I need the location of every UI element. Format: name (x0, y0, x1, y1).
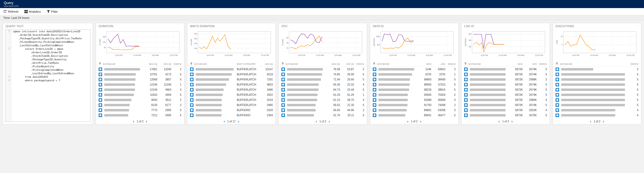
table-row[interactable]: 5872K2980K4 (461, 97, 550, 103)
table-row[interactable]: 98906373155 (370, 82, 458, 87)
next-page-button[interactable]: › (420, 119, 421, 123)
table-row[interactable]: 5872K2674K5 (461, 72, 550, 77)
column-header[interactable]: AVG (s) (260, 63, 273, 65)
table-row[interactable]: 5872K2674K5 (461, 103, 550, 108)
table-row[interactable]: 5 (553, 87, 641, 92)
column-header-database[interactable]: DATABASE (377, 63, 390, 65)
table-row[interactable]: 777329955 (96, 108, 184, 113)
prev-page-button[interactable]: ‹ (133, 119, 134, 123)
analytics-button[interactable]: Analytics (24, 10, 41, 13)
table-row[interactable]: 5872K2674K5 (461, 67, 550, 72)
table-row[interactable]: BUFFERLATCH7291 (187, 77, 276, 82)
column-header[interactable]: EXECS (445, 63, 456, 65)
table-row[interactable]: 5 (553, 82, 641, 87)
table-row[interactable]: 813561772 (96, 103, 184, 108)
grid-filter-icon[interactable] (190, 62, 193, 66)
column-header[interactable]: WAIT CATEGORY (236, 63, 260, 65)
grid-filter-icon[interactable] (281, 62, 284, 66)
column-header[interactable]: MAX (s) (142, 63, 157, 65)
next-page-button[interactable]: › (238, 119, 239, 123)
table-row[interactable]: 1150334095 (96, 92, 184, 97)
next-page-button[interactable]: › (511, 119, 513, 123)
prev-page-button[interactable]: ‹ (499, 119, 500, 123)
table-row[interactable]: 5 (553, 92, 641, 97)
table-row[interactable]: 93595703042 (370, 92, 458, 97)
table-row[interactable]: BUFFERIO2429 (187, 108, 276, 113)
table-row[interactable]: 721229065 (96, 113, 184, 118)
table-row[interactable]: BUFFERLATCH2922 (187, 92, 276, 97)
table-row[interactable]: 61.1028.704 (279, 97, 367, 103)
table-row[interactable]: 107K107K1 (370, 72, 458, 77)
grid-filter-icon[interactable] (373, 62, 375, 66)
table-row[interactable]: 98226388165 (370, 87, 458, 92)
table-row[interactable]: BUFFERLATCH2518 (187, 97, 276, 103)
column-header-database[interactable]: DATABASE (194, 63, 207, 65)
column-header[interactable]: EXECS (627, 63, 638, 65)
prev-page-button[interactable]: ‹ (590, 119, 591, 123)
table-row[interactable]: BUFFERLATCH9218 (187, 72, 276, 77)
table-row[interactable]: 64.7322.495 (279, 87, 367, 92)
table-row[interactable]: 56.6321.305 (279, 103, 367, 108)
table-row[interactable]: 17681132402 (96, 67, 184, 72)
table-row[interactable]: 91793743982 (370, 103, 458, 108)
table-row[interactable]: 5872K2998K3 (461, 77, 550, 82)
table-row[interactable]: 99800384995 (370, 77, 458, 82)
time-filter-bar[interactable]: Time: Last 24 hours (0, 15, 644, 20)
table-row[interactable]: 65.3622.334 (279, 82, 367, 87)
column-header[interactable]: EXECS (171, 63, 181, 65)
table-row[interactable]: 93288458084 (370, 97, 458, 103)
table-row[interactable]: 1278141735 (96, 72, 184, 77)
grid-filter-icon[interactable] (464, 62, 467, 66)
column-header[interactable]: MAX (508, 63, 523, 65)
column-header[interactable]: AVG (s) (340, 63, 354, 65)
table-row[interactable]: 2 (553, 67, 641, 72)
table-row[interactable]: 5872K2674K5 (461, 92, 550, 97)
table-row[interactable]: BUFFERIO2394 (187, 113, 276, 118)
table-row[interactable]: 1214949634 (96, 87, 184, 92)
table-row[interactable]: BUFFERLATCH4833 (187, 82, 276, 87)
table-row[interactable]: 5872K2674K5 (461, 82, 550, 87)
table-row[interactable]: 5 (553, 77, 641, 82)
table-row[interactable]: 954095112 (96, 97, 184, 103)
prev-page-button[interactable]: ‹ (316, 119, 317, 123)
table-row[interactable]: 5872K2674K5 (461, 87, 550, 92)
table-row[interactable]: 5 (553, 97, 641, 103)
column-header[interactable]: AVG (431, 63, 445, 65)
column-header[interactable]: AVG (s) (157, 63, 171, 65)
column-header-database[interactable]: DATABASE (286, 63, 298, 65)
column-header-database[interactable]: DATABASE (560, 63, 573, 65)
table-row[interactable]: 85691364775 (370, 113, 458, 118)
table-row[interactable]: 5872K2675K5 (461, 113, 550, 118)
table-row[interactable]: 71.9425.665 (279, 77, 367, 82)
next-page-button[interactable]: › (329, 119, 330, 123)
table-row[interactable]: 74.8526.905 (279, 72, 367, 77)
column-header[interactable]: AVG (523, 63, 537, 65)
table-row[interactable]: 1256838075 (96, 77, 184, 82)
table-row[interactable]: 4 (553, 108, 641, 113)
table-row[interactable]: 51.7020.115 (279, 113, 367, 118)
table-row[interactable]: 56.6644.962 (279, 108, 367, 113)
prev-page-button[interactable]: ‹ (407, 119, 409, 123)
column-header[interactable]: EXECS (354, 63, 364, 65)
column-header-database[interactable]: DATABASE (468, 63, 481, 65)
column-header[interactable]: MAX (416, 63, 431, 65)
table-row[interactable]: 61.2961.291 (279, 92, 367, 97)
table-row[interactable]: BUFFERLATCH10147 (187, 67, 276, 72)
query-code[interactable]: 1(@max int)insert into data201835(OrderL… (5, 29, 91, 122)
table-row[interactable]: 76.5853.872 (279, 67, 367, 72)
table-row[interactable]: 5 (553, 72, 641, 77)
table-row[interactable]: BUFFERLATCH3496 (187, 87, 276, 92)
table-row[interactable]: 89891530983 (370, 108, 458, 113)
next-page-button[interactable]: › (603, 119, 604, 123)
column-header-database[interactable]: DATABASE (103, 63, 116, 65)
next-page-button[interactable]: › (146, 119, 147, 123)
prev-page-button[interactable]: ‹ (224, 119, 225, 123)
table-row[interactable]: 114K836532 (370, 67, 458, 72)
column-header[interactable]: EXECS (537, 63, 547, 65)
refresh-button[interactable]: Refresh (3, 10, 19, 13)
column-header[interactable]: MAX (s) (325, 63, 340, 65)
table-row[interactable]: 5872K2823K4 (461, 108, 550, 113)
grid-filter-icon[interactable] (99, 62, 101, 66)
table-row[interactable]: 5 (553, 103, 641, 108)
table-row[interactable]: BUFFERLATCH2480 (187, 103, 276, 108)
